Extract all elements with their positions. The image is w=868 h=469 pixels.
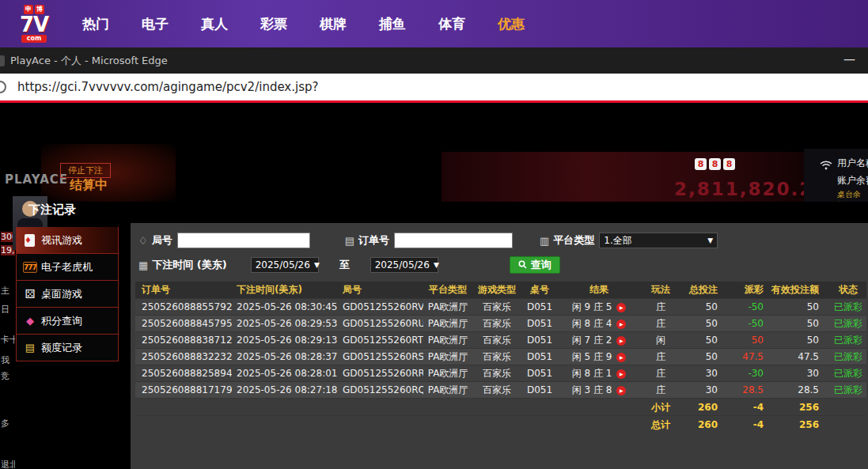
minimize-button[interactable]: —	[843, 52, 855, 66]
top-nav: 申 博 7V com 热门 电子 真人 彩票 棋牌 捕鱼 体育 优惠	[0, 0, 868, 47]
sidebar-item-live-games[interactable]: 视讯游戏	[16, 227, 119, 254]
cell-tableNo: D051	[521, 316, 558, 332]
tag-icon	[138, 235, 148, 247]
screen: 申 博 7V com 热门 电子 真人 彩票 棋牌 捕鱼 体育 优惠 PlayA…	[0, 0, 868, 469]
platform-type-select[interactable]: 1.全部 ▼	[599, 233, 718, 248]
cell-time: 2025-05-26 08:28:01	[232, 365, 338, 382]
nav-item-sports[interactable]: 体育	[438, 15, 465, 33]
cell-round: GD051255260RV	[338, 299, 423, 316]
cell-order: 250526088817179	[135, 382, 232, 399]
site-logo[interactable]: 申 博 7V com	[13, 5, 55, 43]
cell-bet: 30	[681, 365, 727, 382]
total-payout: -4	[727, 416, 771, 433]
account-balance-label: 账户余额	[837, 174, 868, 187]
cell-game: 百家乐	[472, 349, 521, 365]
cell-bet: 50	[681, 299, 727, 316]
cell-platform: PA欧洲厅	[423, 382, 472, 399]
edge-strip: 300:19,主日卡十我竞多退北	[0, 103, 15, 469]
logo-text: 7V	[13, 14, 55, 35]
cell-round: GD051255260RT	[338, 332, 423, 349]
table-header-row: 订单号 下注时间(美东) 局号 平台类型 游戏类型 桌号 结果 玩法 总投注 派…	[135, 282, 866, 298]
nav-item-cards[interactable]: 棋牌	[320, 15, 347, 33]
slot-machine-icon	[23, 262, 37, 273]
bet-records-table: 订单号 下注时间(美东) 局号 平台类型 游戏类型 桌号 结果 玩法 总投注 派…	[135, 282, 866, 433]
round-number-input[interactable]	[177, 233, 310, 248]
col-bet-time: 下注时间(美东)	[232, 282, 338, 298]
sidebar-item-slots[interactable]: 电子老虎机	[16, 254, 119, 281]
col-result: 结果	[558, 282, 640, 298]
cell-valid: 30	[771, 365, 830, 382]
nav-item-fishing[interactable]: 捕鱼	[379, 15, 406, 33]
address-url[interactable]: https://gci.7vvvvvv.com/agingame/pcv2/in…	[17, 80, 318, 94]
nav-item-promo[interactable]: 优惠	[498, 15, 525, 33]
window-title: PlayAce - 个人 - Microsoft Edge	[10, 54, 168, 68]
col-status: 状态	[830, 282, 866, 298]
order-number-input[interactable]	[394, 233, 513, 248]
date-to-value: 2025/05/26	[375, 259, 430, 270]
search-button[interactable]: 查询	[510, 256, 560, 274]
table-row: 2505260888322322025-05-26 08:28:37GD0512…	[135, 348, 866, 365]
replay-icon[interactable]	[616, 353, 626, 362]
total-label: 总计	[640, 416, 681, 433]
window-icon-fragment	[0, 55, 5, 66]
balance-fragment: 桌台余额	[837, 189, 868, 202]
cell-bet: 50	[681, 316, 727, 332]
cell-bet: 50	[681, 349, 727, 365]
cell-result: 闲 7 庄 2	[558, 332, 640, 349]
cell-status: 已派彩	[830, 332, 866, 349]
cell-time: 2025-05-26 08:29:13	[232, 332, 338, 349]
diamond-icon	[23, 315, 37, 327]
col-payout: 派彩	[727, 282, 771, 298]
document-icon	[345, 235, 354, 247]
filter-row-1: 局号 订单号 平台类型 1.全部 ▼	[135, 233, 868, 248]
sidebar-item-points[interactable]: 积分查询	[16, 308, 119, 335]
search-button-label: 查询	[531, 258, 552, 272]
col-order-number: 订单号	[135, 282, 232, 298]
nav-item-lottery[interactable]: 彩票	[260, 15, 287, 33]
sidebar-item-label: 额度记录	[41, 341, 82, 355]
edge-fragment: 多	[1, 418, 9, 429]
nav-item-live[interactable]: 真人	[201, 15, 228, 33]
date-to-select[interactable]: 2025/05/26 ▼	[370, 257, 438, 273]
filter-row-2: 下注时间 (美东) 2025/05/26 ▼ 至 2025/05/26 ▼	[135, 256, 868, 274]
cell-valid: 50	[771, 316, 830, 332]
cell-game: 百家乐	[472, 316, 521, 332]
sidebar: 下注记录 视讯游戏 电子老虎机 桌面游戏 积分查询 额度记录	[16, 201, 119, 361]
total-row: 总计 260 -4 256	[135, 415, 866, 433]
cell-time: 2025-05-26 08:30:45	[232, 299, 338, 316]
cell-order: 250526088832232	[135, 349, 232, 365]
platform-type-value: 1.全部	[604, 234, 631, 248]
cell-bet: 30	[681, 382, 727, 399]
nav-item-hot[interactable]: 热门	[82, 15, 109, 33]
sidebar-item-table-games[interactable]: 桌面游戏	[16, 281, 119, 308]
edge-fragment: 卡十	[1, 334, 15, 346]
replay-icon[interactable]	[616, 303, 626, 312]
cell-game: 百家乐	[472, 332, 521, 349]
cell-status: 已派彩	[830, 299, 866, 316]
reload-icon[interactable]	[0, 81, 6, 93]
subtotal-valid: 256	[771, 399, 830, 416]
sidebar-item-label: 积分查询	[41, 314, 82, 328]
cell-status: 已派彩	[830, 316, 866, 332]
cell-valid: 50	[771, 299, 830, 316]
date-from-select[interactable]: 2025/05/26 ▼	[251, 257, 319, 273]
replay-icon[interactable]	[616, 369, 626, 379]
subtotal-label: 小计	[640, 399, 681, 416]
cell-tableNo: D051	[521, 332, 558, 349]
cell-order: 250526088825894	[135, 365, 232, 382]
ledger-icon	[23, 342, 37, 354]
subtotal-spacer	[135, 399, 640, 416]
bet-time-label: 下注时间 (美东)	[138, 258, 227, 272]
sidebar-item-credit-records[interactable]: 额度记录	[16, 335, 119, 361]
replay-icon[interactable]	[616, 336, 626, 346]
replay-icon[interactable]	[616, 320, 626, 329]
cell-payout: -30	[727, 365, 771, 382]
cell-status: 已派彩	[830, 365, 866, 382]
col-game-type: 游戏类型	[472, 282, 521, 298]
cell-time: 2025-05-26 08:27:18	[232, 382, 338, 399]
cell-result: 闲 8 庄 1	[558, 365, 640, 382]
cell-time: 2025-05-26 08:28:37	[232, 349, 338, 365]
cell-valid: 28.5	[771, 382, 830, 399]
nav-item-slots[interactable]: 电子	[142, 15, 169, 33]
replay-icon[interactable]	[616, 386, 626, 395]
